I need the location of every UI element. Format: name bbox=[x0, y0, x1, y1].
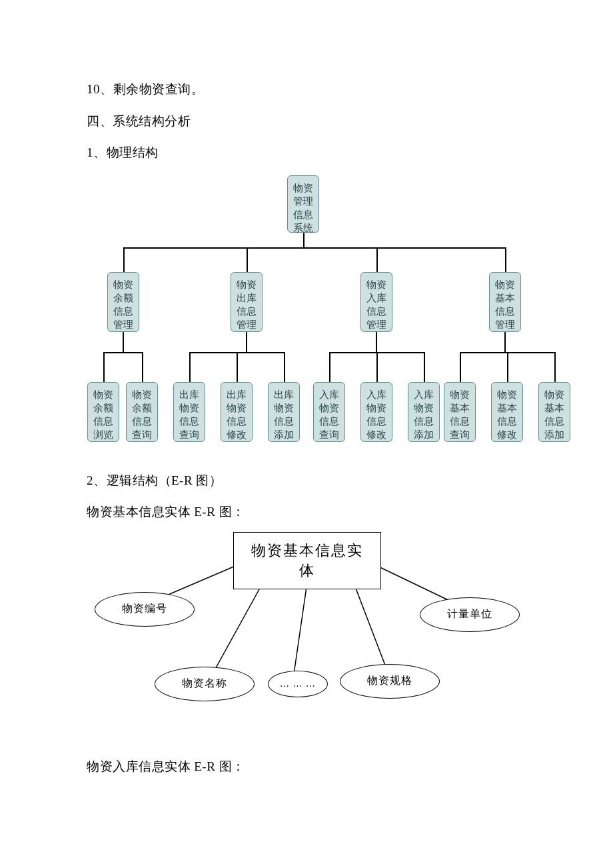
tree-leaf-3-3: 入库物资信息添加 bbox=[408, 382, 440, 442]
tree-leaf-1-2: 物资余额信息查询 bbox=[126, 382, 158, 442]
tree-leaf-1-1: 物资余额信息浏览 bbox=[87, 382, 119, 442]
tree-root: 物资管理信息系统 bbox=[287, 175, 319, 233]
tree-mid-3: 物资入库信息管理 bbox=[360, 272, 392, 332]
tree-leaf-4-2: 物资基本信息修改 bbox=[491, 382, 523, 442]
er-diagram-1: 物资基本信息实体 物资编号 计量单位 物资名称 … … … 物资规格 bbox=[0, 532, 613, 732]
er-entity: 物资基本信息实体 bbox=[233, 532, 381, 589]
er-attr-1: 物资编号 bbox=[95, 592, 195, 627]
section-4-title: 四、系统结构分析 bbox=[87, 105, 526, 137]
er2-title: 物资入库信息实体 E-R 图： bbox=[87, 751, 526, 783]
tree-mid-2: 物资出库信息管理 bbox=[231, 272, 263, 332]
er1-title: 物资基本信息实体 E-R 图： bbox=[87, 496, 526, 528]
er-attr-3: 物资名称 bbox=[155, 667, 255, 701]
er-attr-5: 物资规格 bbox=[340, 664, 440, 699]
er-attr-2: 计量单位 bbox=[420, 597, 520, 632]
tree-leaf-2-1: 出库物资信息查询 bbox=[173, 382, 205, 442]
tree-leaf-3-1: 入库物资信息查询 bbox=[313, 382, 345, 442]
tree-leaf-4-3: 物资基本信息添加 bbox=[538, 382, 570, 442]
tree-leaf-2-3: 出库物资信息添加 bbox=[268, 382, 300, 442]
sub-1-title: 1、物理结构 bbox=[87, 137, 526, 169]
tree-mid-4: 物资基本信息管理 bbox=[489, 272, 521, 332]
tree-leaf-2-2: 出库物资信息修改 bbox=[221, 382, 253, 442]
physical-structure-tree: 物资管理信息系统 物资余额信息管理 物资出库信息管理 物资入库信息管理 物资基本… bbox=[0, 175, 613, 455]
er-attr-4: … … … bbox=[268, 671, 328, 697]
tree-leaf-4-1: 物资基本信息查询 bbox=[444, 382, 476, 442]
tree-leaf-3-2: 入库物资信息修改 bbox=[360, 382, 392, 442]
sub-2-title: 2、逻辑结构（E-R 图） bbox=[87, 465, 526, 497]
line-10: 10、剩余物资查询。 bbox=[87, 73, 526, 105]
tree-mid-1: 物资余额信息管理 bbox=[107, 272, 139, 332]
